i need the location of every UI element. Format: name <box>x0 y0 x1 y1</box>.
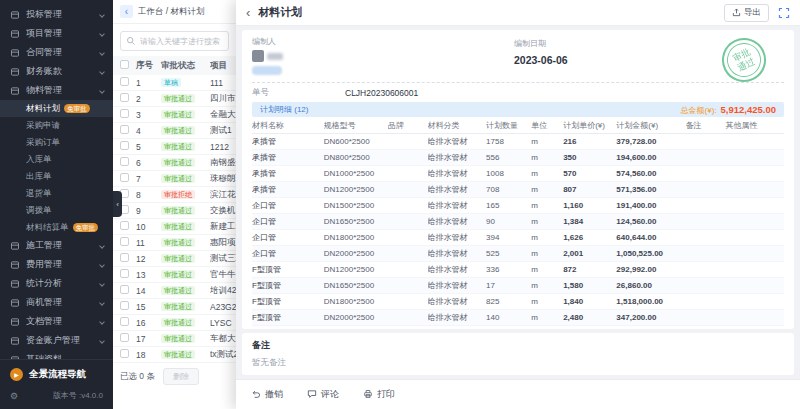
status-badge: 审批通过 <box>161 334 195 343</box>
sidebar-item-construction[interactable]: 施工管理 <box>0 236 113 255</box>
row-checkbox[interactable] <box>120 253 129 262</box>
row-checkbox[interactable] <box>120 77 129 86</box>
row-checkbox[interactable] <box>120 237 129 246</box>
detail-cell: m <box>531 313 563 322</box>
sidebar-item-project[interactable]: 项目管理 <box>0 24 113 43</box>
comment-icon <box>307 389 317 401</box>
list-row[interactable]: 7审批通过珠穆朗玛峰 <box>113 171 236 187</box>
detail-column-header: 其他属性 <box>725 120 784 131</box>
sidebar-collapse-handle[interactable]: ‹ <box>113 191 122 217</box>
panorama-nav-button[interactable]: ▶ 全景流程导航 <box>0 359 113 387</box>
comment-button[interactable]: 评论 <box>307 388 339 401</box>
row-no: 12 <box>136 254 161 264</box>
sidebar-item-funds[interactable]: 资金账户管理 <box>0 331 113 350</box>
sidebar-subitem-outbound[interactable]: 出库单 <box>0 168 113 185</box>
row-checkbox[interactable] <box>120 333 129 342</box>
list-row[interactable]: 3审批通过金融大厦采购 <box>113 107 236 123</box>
list-row[interactable]: 11审批通过惠阳项目 <box>113 235 236 251</box>
list-row[interactable]: 13审批通过官牛牛 <box>113 267 236 283</box>
list-row[interactable]: 2审批通过四川市政项目 <box>113 91 236 107</box>
list-row[interactable]: 16审批通过LYSC <box>113 315 236 331</box>
detail-cell: 640,644.00 <box>616 233 685 242</box>
sidebar-subitem-inbound[interactable]: 入库单 <box>0 151 113 168</box>
row-checkbox[interactable] <box>120 109 129 118</box>
detail-cell: 2,480 <box>563 313 616 322</box>
sidebar-subitem-material-plan[interactable]: 材料计划免审批 <box>0 100 113 117</box>
sidebar-item-business[interactable]: 商机管理 <box>0 293 113 312</box>
list-row[interactable]: 15审批通过A23G2511 <box>113 299 236 315</box>
remark-value: 暂无备注 <box>252 357 784 369</box>
status-badge: 审批通过 <box>161 254 195 263</box>
detail-column-header: 材料名称 <box>252 120 324 131</box>
row-checkbox[interactable] <box>120 317 129 326</box>
creator-avatar <box>252 50 264 62</box>
row-checkbox[interactable] <box>120 125 129 134</box>
undo-button[interactable]: 撤销 <box>251 388 283 401</box>
list-row[interactable]: 5审批通过1212 <box>113 139 236 155</box>
sidebar-subitem-purchase-request[interactable]: 采购申请 <box>0 117 113 134</box>
list-header: 序号 审批状态 项目 <box>113 56 236 75</box>
list-row[interactable]: 12审批通过测试三环路 <box>113 251 236 267</box>
fullscreen-icon[interactable] <box>778 7 790 19</box>
total-amount-value: 5,912,425.00 <box>721 104 776 115</box>
list-panel: ‹ 工作台 / 材料计划 序号 审批状态 项目 1草稿1112审批通过四川市政项… <box>113 0 236 409</box>
row-project: 官牛牛 <box>210 269 236 281</box>
chevron-down-icon <box>99 338 105 344</box>
detail-column-header: 备注 <box>686 120 726 131</box>
list-row[interactable]: 9审批通过交换机 <box>113 203 236 219</box>
detail-cell: 企口管 <box>252 216 324 227</box>
sidebar-item-label: 统计分析 <box>26 277 62 290</box>
row-checkbox[interactable] <box>120 285 129 294</box>
list-row[interactable]: 14审批通过培训425 <box>113 283 236 299</box>
row-no: 6 <box>136 158 161 168</box>
row-checkbox[interactable] <box>120 301 129 310</box>
search-input[interactable] <box>140 37 223 46</box>
delete-button[interactable]: 删除 <box>163 368 199 385</box>
list-row[interactable]: 6审批通过南钢盛达大厦 <box>113 155 236 171</box>
list-row[interactable]: 17审批通过车都大厦 <box>113 331 236 347</box>
row-checkbox[interactable] <box>120 173 129 182</box>
detail-card: 编制人 编制日期 2023-06-06 <box>242 30 794 329</box>
chevron-down-icon <box>99 12 105 18</box>
list-row[interactable]: 8审批拒绝滨江花城10 <box>113 187 236 203</box>
list-row[interactable]: 18审批通过tx测试2 <box>113 347 236 363</box>
sidebar-item-contract[interactable]: 合同管理 <box>0 43 113 62</box>
row-checkbox[interactable] <box>120 157 129 166</box>
sidebar-item-bid[interactable]: 投标管理 <box>0 5 113 24</box>
row-checkbox[interactable] <box>120 349 129 358</box>
list-row[interactable]: 1草稿111 <box>113 75 236 91</box>
detail-cell: DN1200*2500 <box>324 185 388 194</box>
row-checkbox[interactable] <box>120 221 129 230</box>
breadcrumb-back-button[interactable]: ‹ <box>120 5 133 18</box>
detail-cell: 350 <box>563 153 616 162</box>
gear-icon[interactable]: ⚙ <box>10 391 18 401</box>
row-no: 11 <box>136 238 161 248</box>
export-button[interactable]: 导出 <box>724 4 769 22</box>
sidebar-item-finance[interactable]: 财务账款 <box>0 62 113 81</box>
sidebar-item-material[interactable]: 物料管理 <box>0 81 113 100</box>
sidebar-item-statistics[interactable]: 统计分析 <box>0 274 113 293</box>
panel-back-icon[interactable]: ‹ <box>246 6 250 19</box>
row-project: tx测试2 <box>210 349 236 361</box>
row-checkbox[interactable] <box>120 93 129 102</box>
select-all-checkbox[interactable] <box>120 60 129 69</box>
sidebar-subitem-transfer[interactable]: 调拨单 <box>0 202 113 219</box>
remark-card: 备注 暂无备注 <box>242 333 794 375</box>
list-row[interactable]: 10审批通过新建工程-刘 <box>113 219 236 235</box>
row-no: 9 <box>136 206 161 216</box>
row-no: 15 <box>136 302 161 312</box>
row-no: 18 <box>136 350 161 360</box>
row-checkbox[interactable] <box>120 141 129 150</box>
list-row[interactable]: 4审批通过测试1 <box>113 123 236 139</box>
sidebar-subitem-material-settlement[interactable]: 材料结算单免审批 <box>0 219 113 236</box>
sidebar-subitem-return[interactable]: 退货单 <box>0 185 113 202</box>
detail-cell: 企口管 <box>252 248 324 259</box>
sidebar-item-document[interactable]: 文档管理 <box>0 312 113 331</box>
detail-table-row: F型顶管DN1650*2500给排水管材17m1,58026,860.00 <box>252 278 784 294</box>
sidebar-item-expense[interactable]: 费用管理 <box>0 255 113 274</box>
sidebar-subitem-purchase-order[interactable]: 采购订单 <box>0 134 113 151</box>
row-checkbox[interactable] <box>120 269 129 278</box>
detail-cell: 570 <box>563 169 616 178</box>
print-button[interactable]: 打印 <box>363 388 395 401</box>
detail-cell: 给排水管材 <box>428 216 487 227</box>
